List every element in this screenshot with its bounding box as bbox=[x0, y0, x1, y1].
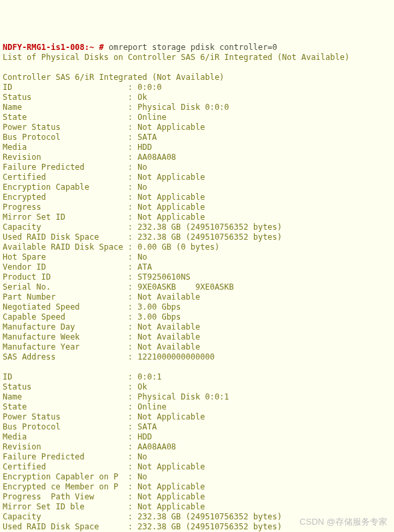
kv-value: 9XE0ASKB 9XE0ASKB bbox=[137, 282, 234, 292]
kv-value: No bbox=[137, 452, 147, 461]
kv-value: Not Available bbox=[137, 322, 200, 332]
kv-value: 3.00 Gbps bbox=[137, 312, 181, 322]
kv-row: Used RAID Disk Space : 232.38 GB (249510… bbox=[3, 232, 391, 242]
kv-value: Online bbox=[137, 402, 166, 411]
kv-value: Ok bbox=[137, 382, 147, 392]
kv-key: Product ID bbox=[3, 272, 128, 282]
kv-value: Not Applicable bbox=[137, 492, 205, 501]
output-header: List of Physical Disks on Controller SAS… bbox=[3, 53, 349, 62]
kv-row: Used RAID Disk Space : 232.38 GB (249510… bbox=[3, 522, 391, 532]
kv-row: Failure Predicted : No bbox=[3, 162, 391, 172]
kv-value: Not Applicable bbox=[137, 462, 205, 471]
kv-sep: : bbox=[128, 252, 137, 262]
kv-row: Power Status : Not Applicable bbox=[3, 412, 391, 422]
kv-value: No bbox=[137, 182, 147, 192]
kv-key: Available RAID Disk Space bbox=[3, 242, 128, 252]
kv-row: Progress Path View : Not Applicable bbox=[3, 492, 391, 502]
kv-sep: : bbox=[128, 432, 137, 441]
kv-row: ID : 0:0:1 bbox=[3, 372, 391, 382]
kv-sep: : bbox=[128, 472, 137, 481]
kv-key: Manufacture Week bbox=[3, 332, 128, 342]
kv-value: 232.38 GB (249510756352 bytes) bbox=[137, 232, 282, 242]
kv-value: SATA bbox=[137, 133, 157, 142]
kv-value: Not Applicable bbox=[137, 412, 205, 421]
kv-row: Manufacture Day : Not Available bbox=[3, 322, 391, 332]
kv-sep: : bbox=[128, 312, 137, 322]
kv-row: Serial No. : 9XE0ASKB 9XE0ASKB bbox=[3, 282, 391, 292]
kv-value: Online bbox=[137, 113, 166, 122]
kv-key: Used RAID Disk Space bbox=[3, 522, 128, 531]
kv-key: Name bbox=[3, 392, 128, 401]
kv-value: Not Applicable bbox=[137, 123, 205, 132]
kv-sep: : bbox=[128, 372, 137, 382]
kv-value: Not Applicable bbox=[137, 212, 205, 222]
kv-value: 3.00 Gbps bbox=[137, 302, 181, 312]
kv-sep: : bbox=[128, 482, 137, 491]
kv-key: Encryption Capable bbox=[3, 182, 128, 192]
kv-value: 0.00 GB (0 bytes) bbox=[137, 242, 219, 252]
kv-sep: : bbox=[128, 123, 137, 132]
kv-sep: : bbox=[128, 282, 137, 292]
kv-key: Serial No. bbox=[3, 282, 128, 292]
kv-key: Capacity bbox=[3, 512, 128, 521]
kv-row: Available RAID Disk Space : 0.00 GB (0 b… bbox=[3, 242, 391, 252]
kv-sep: : bbox=[128, 302, 137, 312]
kv-sep: : bbox=[128, 103, 137, 112]
kv-value: 0:0:1 bbox=[137, 372, 161, 382]
kv-row: SAS Address : 1221000000000000 bbox=[3, 352, 391, 362]
kv-sep: : bbox=[128, 133, 137, 142]
kv-value: No bbox=[137, 252, 147, 262]
kv-row: Encrypted ce Member on P : Not Applicabl… bbox=[3, 482, 391, 492]
kv-value: 0:0:0 bbox=[137, 83, 161, 92]
kv-value: Not Applicable bbox=[137, 172, 205, 182]
kv-row: Media : HDD bbox=[3, 142, 391, 152]
kv-key: ID bbox=[3, 83, 128, 92]
kv-value: Ok bbox=[137, 93, 147, 102]
kv-row: Media : HDD bbox=[3, 432, 391, 442]
kv-row: Progress : Not Applicable bbox=[3, 202, 391, 212]
kv-sep: : bbox=[128, 512, 137, 521]
kv-sep: : bbox=[128, 93, 137, 102]
kv-row: Certified : Not Applicable bbox=[3, 172, 391, 182]
kv-sep: : bbox=[128, 492, 137, 501]
kv-key: Part Number bbox=[3, 292, 128, 302]
kv-key: Bus Protocol bbox=[3, 133, 128, 142]
kv-value: 232.38 GB (249510756352 bytes) bbox=[137, 222, 282, 232]
kv-sep: : bbox=[128, 292, 137, 302]
kv-value: Not Applicable bbox=[137, 192, 205, 202]
kv-key: Capacity bbox=[3, 222, 128, 232]
kv-sep: : bbox=[128, 462, 137, 471]
kv-sep: : bbox=[128, 522, 137, 531]
kv-key: Used RAID Disk Space bbox=[3, 232, 128, 242]
kv-sep: : bbox=[128, 192, 137, 202]
kv-value: HDD bbox=[137, 432, 152, 441]
kv-value: No bbox=[137, 162, 147, 172]
kv-sep: : bbox=[128, 502, 137, 511]
kv-row: Status : Ok bbox=[3, 382, 391, 392]
kv-key: Bus Protocol bbox=[3, 422, 128, 431]
kv-row: ID : 0:0:0 bbox=[3, 83, 391, 93]
kv-row: Capable Speed : 3.00 Gbps bbox=[3, 312, 391, 322]
kv-value: No bbox=[137, 472, 147, 481]
kv-value: 232.38 GB (249510756352 bytes) bbox=[137, 522, 282, 531]
kv-row: Encryption Capabler on P : No bbox=[3, 472, 391, 482]
kv-value: ATA bbox=[137, 262, 152, 272]
kv-sep: : bbox=[128, 322, 137, 332]
kv-key: ID bbox=[3, 372, 128, 382]
kv-row: Part Number : Not Available bbox=[3, 292, 391, 302]
kv-key: Certified bbox=[3, 172, 128, 182]
kv-sep: : bbox=[128, 162, 137, 172]
kv-sep: : bbox=[128, 202, 137, 212]
kv-sep: : bbox=[128, 452, 137, 461]
kv-value: ST9250610NS bbox=[137, 272, 190, 282]
kv-key: Progress Path View bbox=[3, 492, 128, 501]
kv-sep: : bbox=[128, 412, 137, 421]
kv-value: Not Applicable bbox=[137, 482, 205, 491]
kv-row: Manufacture Week : Not Available bbox=[3, 332, 391, 342]
kv-value: Not Available bbox=[137, 342, 200, 352]
kv-key: State bbox=[3, 113, 128, 122]
kv-row: Revision : AA08AA08 bbox=[3, 152, 391, 162]
kv-key: Hot Spare bbox=[3, 252, 128, 262]
kv-row: Failure Predicted : No bbox=[3, 452, 391, 462]
kv-row: Negotiated Speed : 3.00 Gbps bbox=[3, 302, 391, 312]
